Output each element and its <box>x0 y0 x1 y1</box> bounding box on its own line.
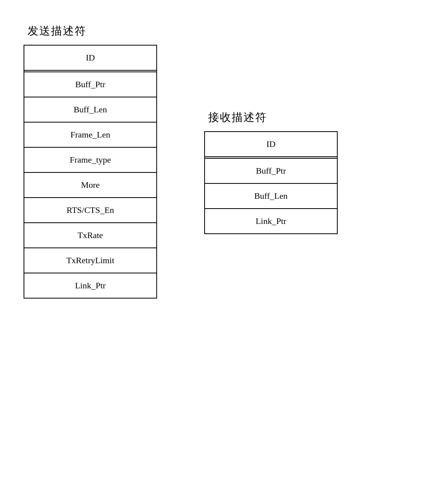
send-descriptor-table: ID Buff_Ptr Buff_Len Frame_Len Frame_typ… <box>24 45 157 299</box>
send-row-id: ID <box>24 46 156 71</box>
recv-row-buff-ptr: Buff_Ptr <box>205 159 337 184</box>
recv-row-id: ID <box>205 132 337 157</box>
send-row-buff-ptr: Buff_Ptr <box>24 72 156 97</box>
send-row-link-ptr: Link_Ptr <box>24 273 156 298</box>
receive-descriptor-title: 接收描述符 <box>208 110 267 125</box>
diagrams-row: 发送描述符 ID Buff_Ptr Buff_Len Frame_Len <box>24 24 404 299</box>
send-descriptor-title: 发送描述符 <box>27 24 86 38</box>
send-row-txretrylimit: TxRetryLimit <box>24 248 156 273</box>
send-row-rts-cts: RTS/CTS_En <box>24 198 156 223</box>
page-container: 发送描述符 ID Buff_Ptr Buff_Len Frame_Len <box>0 0 428 504</box>
send-row-frame-type: Frame_type <box>24 148 156 173</box>
send-row-txrate: TxRate <box>24 223 156 248</box>
recv-row-link-ptr: Link_Ptr <box>205 209 337 233</box>
send-row-more: More <box>24 173 156 198</box>
send-row-frame-len: Frame_Len <box>24 123 156 148</box>
send-descriptor-block: 发送描述符 ID Buff_Ptr Buff_Len Frame_Len <box>24 24 157 299</box>
receive-descriptor-block: 接收描述符 ID Buff_Ptr Buff_Len Link_Ptr <box>204 110 338 234</box>
send-row-buff-len: Buff_Len <box>24 97 156 123</box>
recv-row-buff-len: Buff_Len <box>205 184 337 209</box>
receive-descriptor-table: ID Buff_Ptr Buff_Len Link_Ptr <box>204 131 338 234</box>
